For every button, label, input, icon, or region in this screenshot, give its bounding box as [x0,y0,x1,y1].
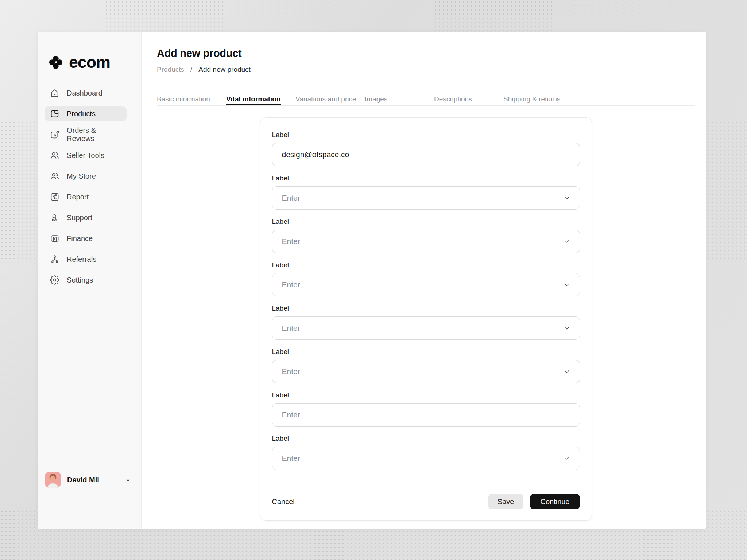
finance-wallet-icon [50,234,59,243]
sidebar-item-label: Products [67,110,96,118]
sidebar-item-label: Settings [67,276,93,284]
breadcrumb-separator: / [190,66,192,74]
select-field[interactable]: Enter [272,447,580,470]
storefront-icon [50,109,59,118]
sidebar-item-label: Seller Tools [67,151,104,160]
sidebar-item-label: Finance [67,234,93,243]
select-field[interactable]: Enter [272,316,580,340]
tab-variations-and-price[interactable]: Variations and price [295,95,365,105]
breadcrumb-current: Add new product [198,66,251,74]
breadcrumb-products-link[interactable]: Products [157,66,184,74]
sidebar-item-label: Dashboard [67,89,102,97]
sidebar-item-products[interactable]: Products [45,106,127,121]
sidebar-item-label: Support [67,214,92,222]
clover-logo-icon [48,55,63,70]
tab-shipping-returns[interactable]: Shipping & returns [503,95,573,105]
home-icon [50,88,59,98]
sidebar-item-finance[interactable]: Finance [45,231,127,246]
users-icon [50,171,59,181]
continue-button[interactable]: Continue [530,494,580,509]
form-field-4: Label Enter [272,261,580,296]
brand-name: ecom [69,54,110,70]
sidebar-item-orders-reviews[interactable]: Orders & Reviews [45,127,127,142]
sidebar-item-support[interactable]: Support [45,210,127,225]
sidebar-item-label: My Store [67,172,96,180]
tab-basic-information[interactable]: Basic information [157,95,226,105]
form-field-1: Label [272,131,580,166]
save-button[interactable]: Save [488,494,524,509]
breadcrumb: Products / Add new product [157,66,695,74]
form-field-2: Label Enter [272,174,580,210]
orders-chart-icon [50,130,59,139]
brand-logo: ecom [45,54,134,70]
field-label: Label [272,304,580,312]
sidebar-item-label: Referrals [67,255,96,264]
main-content: Add new product Products / Add new produ… [142,32,706,529]
field-label: Label [272,391,580,399]
field-label: Label [272,348,580,355]
select-placeholder: Enter [282,324,300,332]
field-label: Label [272,435,580,442]
tab-vital-information[interactable]: Vital information [226,95,295,105]
sidebar-item-report[interactable]: Report [45,190,127,204]
gear-icon [50,275,59,285]
sidebar: ecom Dashboard Products [38,32,142,529]
form-field-8: Label Enter [272,435,580,470]
chevron-down-icon [124,476,132,483]
vital-information-form-card: Label Label Enter Label Enter Label [260,117,592,521]
form-field-6: Label Enter [272,348,580,383]
chevron-down-icon [563,194,571,202]
user-profile-menu[interactable]: Devid Mil [45,472,132,488]
avatar [45,472,61,488]
field-label: Label [272,174,580,182]
form-field-3: Label Enter [272,218,580,253]
select-placeholder: Enter [282,280,300,289]
chevron-down-icon [563,237,571,245]
select-placeholder: Enter [282,194,300,202]
select-field[interactable]: Enter [272,186,580,210]
field-label: Label [272,131,580,139]
email-field[interactable] [272,143,580,166]
select-field[interactable]: Enter [272,273,580,296]
sidebar-item-referrals[interactable]: Referrals [45,252,127,267]
select-placeholder: Enter [282,237,300,246]
field-label: Label [272,218,580,225]
page-title: Add new product [157,47,695,59]
sidebar-item-dashboard[interactable]: Dashboard [45,86,127,100]
select-field[interactable]: Enter [272,360,580,383]
text-field[interactable] [272,403,580,427]
app-window: ecom Dashboard Products [38,32,706,529]
sidebar-item-settings[interactable]: Settings [45,273,127,287]
form-footer: Cancel Save Continue [272,494,580,509]
form-field-5: Label Enter [272,304,580,340]
sidebar-item-my-store[interactable]: My Store [45,169,127,183]
tab-images[interactable]: Images [365,95,434,105]
select-placeholder: Enter [282,367,300,376]
tab-descriptions[interactable]: Descriptions [434,95,503,105]
chevron-down-icon [563,368,571,376]
sidebar-nav: Dashboard Products Orders & Reviews [45,86,134,287]
select-placeholder: Enter [282,454,300,463]
chevron-down-icon [563,281,571,289]
chevron-down-icon [563,324,571,332]
chevron-down-icon [563,454,571,462]
user-name: Devid Mil [67,476,99,484]
form-field-7: Label [272,391,580,427]
report-chart-icon [50,192,59,202]
support-badge-icon [50,213,59,222]
sidebar-item-label: Report [67,193,89,201]
referrals-network-icon [50,254,59,264]
sidebar-item-label: Orders & Reviews [67,126,121,143]
tab-bar: Basic information Vital information Vari… [157,82,695,106]
select-field[interactable]: Enter [272,230,580,253]
field-label: Label [272,261,580,269]
users-icon [50,151,59,160]
sidebar-item-seller-tools[interactable]: Seller Tools [45,148,127,163]
cancel-button[interactable]: Cancel [272,498,295,506]
